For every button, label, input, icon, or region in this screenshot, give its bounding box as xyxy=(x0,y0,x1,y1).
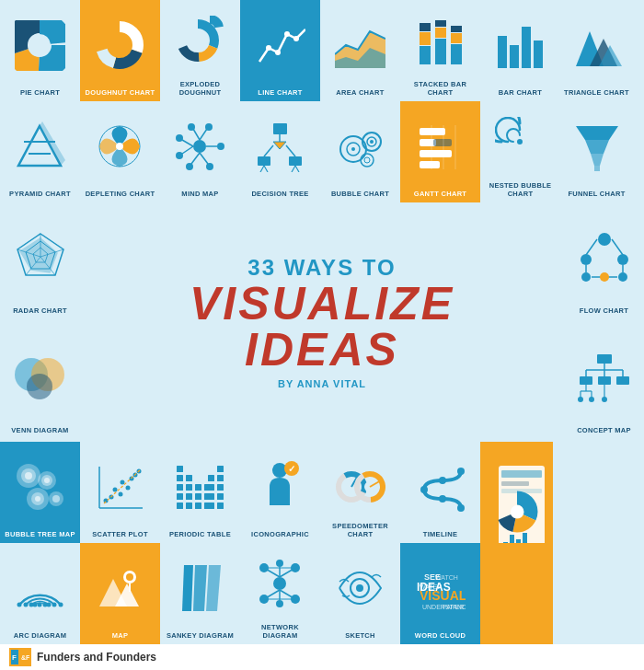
arc-diagram-icon xyxy=(15,548,65,629)
pie-chart-icon xyxy=(15,5,65,86)
svg-rect-171 xyxy=(195,502,201,509)
decision-tree-icon xyxy=(255,106,305,187)
speedometer-chart-label: SPEEDOMETER CHART xyxy=(323,522,397,538)
svg-point-218 xyxy=(52,602,57,606)
periodic-table-cell: PERIODIC TABLE xyxy=(160,442,240,543)
svg-marker-85 xyxy=(591,154,604,166)
sketch-icon xyxy=(335,548,385,629)
infographic-bottom xyxy=(480,543,553,644)
svg-point-48 xyxy=(176,152,183,159)
svg-point-12 xyxy=(266,45,271,51)
svg-rect-164 xyxy=(186,493,192,500)
mind-map-label: MIND MAP xyxy=(181,190,218,198)
svg-point-14 xyxy=(284,31,290,37)
scatter-plot-cell: SCATTER PLOT xyxy=(80,442,160,543)
svg-rect-153 xyxy=(177,475,183,481)
svg-point-52 xyxy=(206,163,213,170)
svg-point-72 xyxy=(361,154,374,167)
svg-point-50 xyxy=(186,163,193,170)
svg-marker-83 xyxy=(576,126,618,140)
svg-point-198 xyxy=(511,505,523,518)
svg-point-230 xyxy=(276,560,283,567)
svg-rect-24 xyxy=(451,44,462,64)
flow-chart-label: FLOW CHART xyxy=(580,306,628,315)
svg-text:✓: ✓ xyxy=(288,464,295,474)
svg-text:F: F xyxy=(12,653,17,662)
svg-rect-22 xyxy=(435,28,446,38)
bar-chart-cell: BAR CHART xyxy=(480,0,560,101)
radar-chart-cell: RADAR CHART xyxy=(0,202,80,322)
svg-point-73 xyxy=(364,157,370,163)
pyramid-chart-icon xyxy=(15,106,65,187)
svg-point-54 xyxy=(217,143,224,150)
svg-rect-77 xyxy=(420,150,452,157)
svg-point-110 xyxy=(600,272,609,282)
exploded-doughnut-label: EXPLODED DOUGHNUT xyxy=(163,80,237,97)
svg-point-99 xyxy=(598,233,611,246)
network-diagram-label: NETWORK DIAGRAM xyxy=(243,623,317,640)
arc-diagram-cell: ARC DIAGRAM xyxy=(0,543,80,644)
svg-point-188 xyxy=(420,486,428,493)
svg-line-58 xyxy=(264,145,273,156)
svg-rect-151 xyxy=(177,466,183,472)
svg-rect-165 xyxy=(195,493,201,500)
svg-point-103 xyxy=(617,254,628,265)
svg-line-101 xyxy=(612,239,623,255)
svg-point-44 xyxy=(205,123,213,131)
funnel-chart-icon xyxy=(574,106,620,187)
footer-logo: F &F Funders and Founders xyxy=(9,648,156,666)
svg-line-65 xyxy=(295,166,299,172)
main-container: PIE CHART DOUGHNUT CHART xyxy=(0,0,644,670)
svg-rect-55 xyxy=(273,123,287,134)
svg-text:VISUALIZE: VISUALIZE xyxy=(420,588,466,603)
bar-chart-icon xyxy=(495,5,546,86)
svg-point-68 xyxy=(351,147,355,151)
svg-rect-167 xyxy=(208,493,214,500)
svg-rect-154 xyxy=(186,475,192,481)
svg-line-233 xyxy=(280,568,295,577)
svg-rect-193 xyxy=(501,481,529,486)
svg-rect-170 xyxy=(186,502,192,509)
pie-chart-label: PIE CHART xyxy=(20,88,60,97)
svg-point-214 xyxy=(33,602,38,606)
stacked-bar-chart-label: STACKED BAR CHART xyxy=(403,80,477,97)
svg-point-146 xyxy=(126,485,131,490)
svg-marker-37 xyxy=(40,121,65,166)
svg-rect-158 xyxy=(186,484,192,491)
middle-right: FLOW CHART xyxy=(564,202,644,442)
svg-point-231 xyxy=(276,600,283,607)
triangle-chart-label: TRIANGLE CHART xyxy=(564,88,629,97)
svg-rect-152 xyxy=(217,466,224,472)
venn-diagram-cell: VENN DIAGRAM xyxy=(0,322,80,442)
svg-point-82 xyxy=(517,139,523,144)
svg-point-187 xyxy=(439,477,446,484)
svg-point-144 xyxy=(119,491,123,496)
middle-section: RADAR CHART VENN DIAGRAM 33 WAYS TO VISU… xyxy=(0,202,644,442)
svg-line-100 xyxy=(586,239,597,255)
decision-tree-label: DECISION TREE xyxy=(251,190,308,198)
exploded-doughnut-icon xyxy=(175,5,225,77)
svg-line-47 xyxy=(182,146,193,154)
svg-point-125 xyxy=(589,397,594,402)
concept-map-cell: CONCEPT MAP xyxy=(564,322,644,442)
svg-rect-20 xyxy=(420,23,431,31)
svg-rect-28 xyxy=(510,45,519,68)
depleting-chart-icon xyxy=(95,106,145,187)
svg-point-107 xyxy=(618,272,627,282)
mind-map-icon xyxy=(175,106,225,187)
pyramid-chart-label: PYRAMID CHART xyxy=(9,190,71,198)
row-4: ARC DIAGRAM MAP xyxy=(0,543,644,644)
network-diagram-icon xyxy=(255,548,305,620)
svg-point-127 xyxy=(602,397,607,402)
gantt-chart-label: GANTT CHART xyxy=(414,190,466,198)
svg-point-39 xyxy=(116,143,123,150)
svg-rect-174 xyxy=(217,502,224,509)
author-text: BY ANNA VITAL xyxy=(278,378,366,389)
svg-text:&F: &F xyxy=(21,654,29,661)
funnel-chart-label: FUNNEL CHART xyxy=(568,190,625,198)
word-cloud-cell: SEE WATCH WATER IDEAS VISUALIZE UNDERSTA… xyxy=(400,543,480,644)
pie-chart-cell: PIE CHART xyxy=(0,0,80,101)
svg-marker-84 xyxy=(585,140,609,154)
svg-rect-25 xyxy=(451,33,462,43)
row-2: PYRAMID CHART DEPLETING CHART xyxy=(0,101,644,202)
